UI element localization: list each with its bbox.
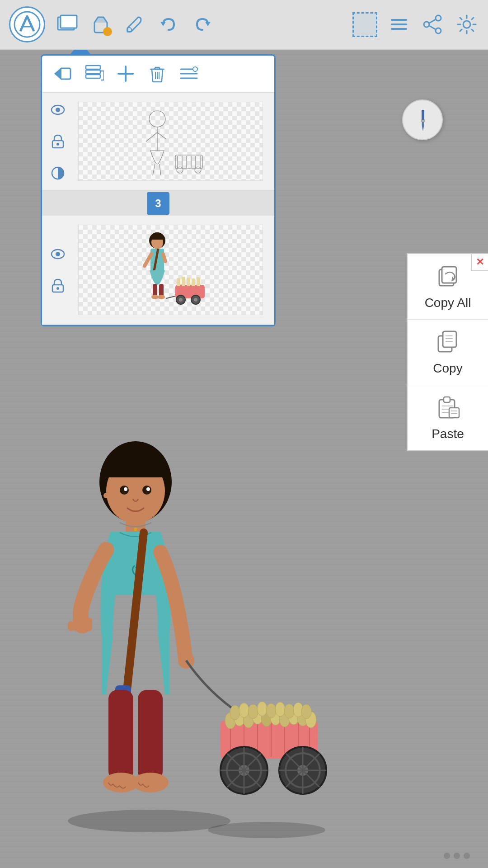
svg-point-126 <box>301 704 311 719</box>
svg-point-53 <box>56 287 59 290</box>
layer-item-1[interactable] <box>42 93 274 191</box>
svg-point-99 <box>132 773 169 793</box>
fill-tool[interactable] <box>88 12 113 37</box>
svg-rect-97 <box>138 690 163 780</box>
layer-badge: 3 <box>147 192 169 215</box>
svg-point-63 <box>158 295 165 299</box>
layer-panel: 3 <box>41 54 276 326</box>
layer-1-visibility[interactable] <box>49 101 67 119</box>
copy-button[interactable]: Copy <box>408 320 488 385</box>
svg-rect-65 <box>177 278 180 286</box>
svg-rect-17 <box>86 70 100 74</box>
svg-rect-66 <box>182 277 185 286</box>
svg-point-120 <box>248 704 258 719</box>
paint-bubble <box>103 27 112 36</box>
toolbar-right <box>352 12 479 37</box>
svg-rect-94 <box>68 621 74 631</box>
bottom-dots <box>444 853 470 859</box>
layer-2-visibility[interactable] <box>49 245 67 263</box>
svg-marker-4 <box>160 22 166 26</box>
svg-rect-19 <box>86 66 100 69</box>
layer-1-lock[interactable] <box>49 132 67 151</box>
stack-layers-icon[interactable] <box>83 62 105 85</box>
dot-3 <box>464 853 470 859</box>
svg-rect-60 <box>153 284 157 297</box>
svg-rect-145 <box>443 331 456 347</box>
main-character <box>23 432 339 841</box>
svg-rect-68 <box>192 278 195 286</box>
svg-point-78 <box>208 822 325 838</box>
svg-point-86 <box>146 487 150 491</box>
context-menu: ✕ Copy All <box>407 253 488 451</box>
svg-rect-69 <box>197 277 200 286</box>
svg-line-40 <box>160 164 161 175</box>
svg-rect-96 <box>108 690 133 780</box>
svg-line-39 <box>153 164 155 175</box>
svg-point-43 <box>195 167 201 173</box>
layer-1-controls <box>49 101 67 182</box>
settings-button[interactable] <box>454 12 479 37</box>
svg-line-74 <box>166 296 175 298</box>
selection-tool[interactable] <box>352 12 377 37</box>
svg-point-11 <box>436 28 441 33</box>
svg-rect-16 <box>61 68 70 79</box>
svg-marker-5 <box>205 22 211 26</box>
layer-2-controls <box>49 245 67 295</box>
layer-properties-icon[interactable] <box>178 62 200 85</box>
svg-point-87 <box>134 528 137 531</box>
copy-icon <box>436 329 460 358</box>
app-logo[interactable] <box>9 6 45 42</box>
paste-label: Paste <box>432 427 464 441</box>
svg-rect-18 <box>86 75 100 78</box>
svg-point-10 <box>424 22 429 27</box>
svg-point-81 <box>103 493 109 498</box>
layer-2-lock[interactable] <box>49 277 67 295</box>
delete-layer-button[interactable] <box>146 62 169 85</box>
menu-button[interactable] <box>386 12 411 37</box>
svg-point-31 <box>56 108 60 112</box>
svg-point-118 <box>230 705 240 720</box>
paste-button[interactable]: Paste <box>408 385 488 450</box>
svg-line-12 <box>429 19 436 23</box>
svg-point-123 <box>275 702 285 717</box>
layer-1-opacity[interactable] <box>49 164 67 182</box>
brush-button[interactable] <box>402 99 443 140</box>
svg-point-119 <box>239 703 249 717</box>
layer-1-thumbnail[interactable] <box>78 102 263 181</box>
svg-rect-67 <box>187 278 190 286</box>
svg-line-38 <box>157 132 166 139</box>
svg-rect-91 <box>80 604 86 627</box>
svg-rect-150 <box>444 397 450 402</box>
layer-separator: 3 <box>42 191 274 216</box>
layer-item-2[interactable] <box>42 216 274 325</box>
svg-rect-61 <box>159 284 164 297</box>
svg-point-77 <box>68 810 230 832</box>
svg-point-35 <box>149 111 165 127</box>
svg-point-121 <box>257 702 267 716</box>
svg-point-42 <box>177 167 183 173</box>
svg-point-51 <box>56 252 60 256</box>
eyedropper-tool[interactable] <box>122 12 147 37</box>
svg-line-37 <box>146 132 157 142</box>
paste-icon <box>436 394 460 423</box>
undo-button[interactable] <box>156 12 181 37</box>
svg-point-73 <box>194 298 197 302</box>
back-icon[interactable] <box>51 62 74 85</box>
svg-rect-93 <box>86 618 92 631</box>
copy-label: Copy <box>433 361 462 376</box>
layer-2-thumbnail[interactable] <box>78 225 263 315</box>
svg-point-122 <box>266 703 276 718</box>
copy-all-icon <box>436 263 460 292</box>
svg-line-59 <box>163 254 165 261</box>
svg-line-58 <box>145 254 151 266</box>
layers-tool[interactable] <box>54 12 79 37</box>
context-menu-close[interactable]: ✕ <box>471 253 488 271</box>
add-layer-button[interactable] <box>114 62 137 85</box>
svg-point-33 <box>56 143 59 146</box>
share-button[interactable] <box>420 12 445 37</box>
redo-button[interactable] <box>190 12 215 37</box>
top-toolbar <box>0 0 488 50</box>
svg-point-9 <box>436 15 441 21</box>
svg-point-29 <box>193 67 197 71</box>
svg-point-124 <box>284 704 294 718</box>
